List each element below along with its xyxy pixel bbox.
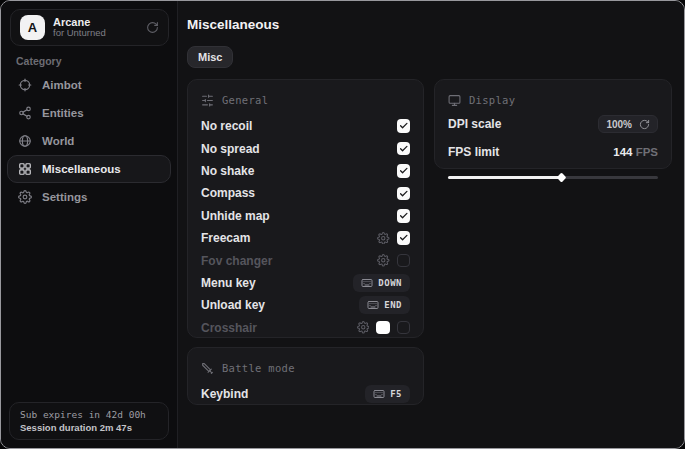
main-content: Miscellaneous Misc General No recoilNo s… — [178, 1, 684, 448]
slider-fill — [448, 176, 561, 179]
keybind-value: DOWN — [378, 278, 402, 288]
nodes-icon — [18, 106, 32, 120]
setting-label: Compass — [201, 186, 255, 200]
keybind-badge[interactable]: DOWN — [353, 274, 410, 292]
general-panel: General No recoilNo spreadNo shakeCompas… — [187, 79, 424, 338]
app-subtitle: for Unturned — [53, 28, 106, 39]
sidebar-item-world[interactable]: World — [7, 127, 171, 155]
checkbox-checked[interactable] — [397, 142, 411, 156]
keyboard-icon — [361, 277, 373, 289]
sidebar-item-label: Entities — [42, 107, 84, 119]
checkbox-unchecked[interactable] — [397, 254, 411, 268]
keybind-value: F5 — [390, 389, 402, 399]
fps-limit-row: FPS limit 144 FPS — [448, 140, 658, 164]
keyboard-icon — [367, 299, 379, 311]
app-window: A Arcane for Unturned Category AimbotEnt… — [0, 0, 685, 449]
app-logo: A — [20, 15, 45, 40]
setting-controls — [397, 209, 411, 223]
color-swatch[interactable] — [376, 321, 390, 335]
gear-icon[interactable] — [377, 254, 390, 267]
dpi-refresh-icon[interactable] — [639, 119, 650, 130]
setting-controls — [397, 142, 411, 156]
gear-icon — [18, 190, 32, 204]
tab-misc[interactable]: Misc — [187, 46, 233, 68]
sidebar-item-entities[interactable]: Entities — [7, 99, 171, 127]
checkbox-unchecked[interactable] — [397, 321, 411, 335]
keybind-badge[interactable]: F5 — [365, 385, 410, 403]
display-panel-header: Display — [448, 92, 658, 108]
fps-limit-value: 144 FPS — [613, 146, 658, 158]
sidebar: A Arcane for Unturned Category AimbotEnt… — [1, 1, 178, 448]
app-header-card: A Arcane for Unturned — [10, 9, 169, 46]
setting-label: Unload key — [201, 298, 265, 312]
setting-label: No spread — [201, 142, 260, 156]
monitor-icon — [448, 94, 461, 107]
dpi-scale-label: DPI scale — [448, 117, 501, 131]
setting-label: Freecam — [201, 231, 250, 245]
dpi-scale-value: 100% — [606, 119, 632, 130]
battle-panel-title: Battle mode — [222, 362, 295, 374]
setting-row-no-recoil: No recoil — [201, 115, 410, 137]
setting-row-crosshair: Crosshair — [201, 317, 410, 339]
sub-expiry-text: Sub expires in 42d 00h — [20, 409, 158, 420]
checkbox-checked[interactable] — [397, 119, 411, 133]
setting-row-freecam: Freecam — [201, 227, 410, 249]
setting-row-compass: Compass — [201, 182, 410, 204]
setting-controls — [397, 187, 411, 201]
sword-icon — [201, 362, 214, 375]
fps-limit-slider[interactable] — [448, 173, 658, 181]
setting-controls — [397, 164, 411, 178]
keybind-badge[interactable]: END — [359, 296, 410, 314]
general-panel-header: General — [201, 92, 410, 108]
setting-row-no-shake: No shake — [201, 160, 410, 182]
sidebar-nav: AimbotEntitiesWorldMiscellaneousSettings — [7, 71, 171, 211]
sidebar-item-label: Miscellaneous — [42, 163, 121, 175]
checkbox-checked[interactable] — [397, 164, 411, 178]
dpi-scale-row: DPI scale 100% — [448, 112, 658, 136]
page-title: Miscellaneous — [187, 17, 279, 32]
sidebar-item-miscellaneous[interactable]: Miscellaneous — [7, 155, 171, 183]
slider-thumb[interactable] — [556, 172, 566, 182]
general-panel-title: General — [222, 94, 268, 106]
session-duration-text: Session duration 2m 47s — [20, 422, 158, 433]
sidebar-item-label: Aimbot — [42, 79, 82, 91]
sidebar-item-settings[interactable]: Settings — [7, 183, 171, 211]
gear-icon[interactable] — [357, 321, 370, 334]
setting-row-unhide-map: Unhide map — [201, 205, 410, 227]
checkbox-checked[interactable] — [397, 231, 411, 245]
setting-label: No recoil — [201, 119, 252, 133]
sidebar-item-label: Settings — [42, 191, 87, 203]
setting-controls: F5 — [365, 385, 410, 403]
battle-mode-panel: Battle mode KeybindF5 — [187, 347, 424, 405]
setting-label: Unhide map — [201, 209, 270, 223]
sync-icon[interactable] — [146, 21, 159, 34]
globe-icon — [18, 134, 32, 148]
display-panel-title: Display — [469, 94, 515, 106]
checkbox-checked[interactable] — [397, 187, 411, 201]
keyboard-icon — [373, 388, 385, 400]
general-rows: No recoilNo spreadNo shakeCompassUnhide … — [201, 115, 410, 339]
setting-row-unload-key: Unload keyEND — [201, 294, 410, 316]
setting-controls — [357, 321, 411, 335]
setting-controls: END — [359, 296, 410, 314]
setting-row-no-spread: No spread — [201, 137, 410, 159]
setting-label: Keybind — [201, 387, 248, 401]
battle-rows: KeybindF5 — [201, 383, 410, 405]
setting-label: Menu key — [201, 276, 256, 290]
dpi-scale-control[interactable]: 100% — [598, 115, 658, 133]
setting-controls — [397, 119, 411, 133]
checkbox-checked[interactable] — [397, 209, 411, 223]
grid-icon — [18, 162, 32, 176]
setting-row-menu-key: Menu keyDOWN — [201, 272, 410, 294]
fps-unit: FPS — [636, 146, 658, 158]
gear-icon[interactable] — [377, 232, 390, 245]
setting-controls: DOWN — [353, 274, 410, 292]
keybind-value: END — [384, 300, 402, 310]
sidebar-item-aimbot[interactable]: Aimbot — [7, 71, 171, 99]
app-meta: Arcane for Unturned — [53, 16, 106, 40]
category-label: Category — [16, 55, 62, 67]
sliders-icon — [201, 94, 214, 107]
setting-controls — [377, 254, 410, 268]
setting-row-fov-changer: Fov changer — [201, 249, 410, 271]
battle-panel-header: Battle mode — [201, 360, 410, 376]
